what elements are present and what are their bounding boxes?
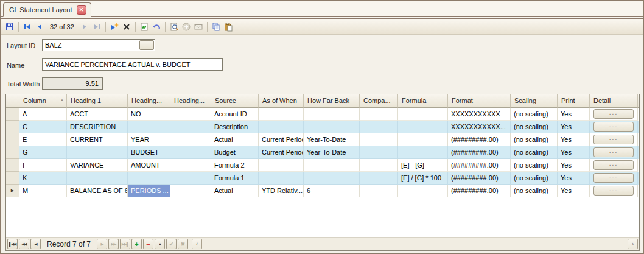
previous-record-toolbar-button[interactable]	[33, 21, 46, 33]
grid-cell[interactable]	[170, 108, 211, 121]
layout-id-browse-button[interactable]: ...	[139, 40, 154, 50]
delete-record-toolbar-button[interactable]	[121, 21, 133, 33]
grid-cell[interactable]: Description	[211, 121, 259, 133]
row-selector-cell[interactable]	[6, 146, 19, 159]
grid-cell[interactable]	[170, 159, 211, 172]
detail-button[interactable]: ...	[593, 173, 634, 183]
new-record-button[interactable]	[108, 21, 121, 33]
grid-cell[interactable]: XXXXXXXXXXX	[448, 108, 511, 121]
grid-cell[interactable]	[170, 133, 211, 146]
row-selector-cell[interactable]	[6, 108, 19, 121]
grid-cell[interactable]: C	[19, 121, 67, 133]
grid-cell[interactable]: (#########.00)	[448, 146, 511, 159]
grid-cell[interactable]: (no scaling)	[511, 172, 558, 185]
layout-id-field[interactable]: BALZ ...	[42, 39, 155, 51]
hscroll-right-button[interactable]: ›	[628, 239, 638, 249]
grid-cell[interactable]: DESCRIPTION	[67, 121, 128, 133]
grid-cell[interactable]: Formula 1	[211, 172, 259, 185]
grid-cell[interactable]: CURRENT	[67, 133, 128, 146]
grid-column-header[interactable]: Heading 1	[67, 94, 128, 108]
grid-cell[interactable]: I	[19, 159, 67, 172]
save-button[interactable]	[4, 21, 16, 33]
grid-column-header[interactable]: Scaling	[511, 94, 558, 108]
grid-cell[interactable]	[398, 121, 448, 133]
refresh-button[interactable]	[138, 21, 150, 33]
detail-button[interactable]: ...	[593, 109, 634, 119]
grid-cell[interactable]	[360, 185, 398, 197]
grid-column-header[interactable]: Format	[448, 94, 511, 108]
grid-cell[interactable]	[304, 121, 360, 133]
grid-column-header[interactable]: Compa...	[360, 94, 398, 108]
grid-cell[interactable]: PERIODS ...	[128, 185, 170, 197]
detail-button[interactable]: ...	[593, 186, 634, 196]
grid-cell[interactable]	[304, 172, 360, 185]
grid-column-header[interactable]: How Far Back	[304, 94, 360, 108]
current-row-marker-cell[interactable]: ▶	[6, 185, 19, 197]
grid-cell[interactable]: Current Period	[259, 133, 304, 146]
grid-cell[interactable]	[170, 146, 211, 159]
grid-cell[interactable]	[360, 121, 398, 133]
grid-cell[interactable]: Current Period	[259, 146, 304, 159]
last-record-button[interactable]: ▶▶▌	[120, 239, 130, 249]
grid-cell[interactable]: (no scaling)	[511, 133, 558, 146]
grid-cell[interactable]	[67, 172, 128, 185]
grid-cell[interactable]	[170, 185, 211, 197]
grid-cell[interactable]	[259, 159, 304, 172]
grid-cell[interactable]: (#########.00)	[448, 172, 511, 185]
grid-cell[interactable]	[259, 108, 304, 121]
row-selector-cell[interactable]	[6, 172, 19, 185]
grid-cell[interactable]	[170, 172, 211, 185]
grid-column-header[interactable]: As of When	[259, 94, 304, 108]
row-selector-cell[interactable]	[6, 121, 19, 133]
grid-cell[interactable]: (#########.00)	[448, 133, 511, 146]
grid-cell[interactable]: (no scaling)	[511, 146, 558, 159]
grid-column-header[interactable]: Column▲	[19, 94, 67, 108]
grid-cell[interactable]: VARIANCE	[67, 159, 128, 172]
print-preview-button[interactable]	[168, 21, 180, 33]
grid-cell[interactable]: BUDGET	[128, 146, 170, 159]
undo-button[interactable]	[150, 21, 163, 33]
grid-cell[interactable]: E	[19, 133, 67, 146]
grid-cell[interactable]	[304, 159, 360, 172]
go-button[interactable]	[180, 21, 192, 33]
tab-close-icon[interactable]: ✕	[77, 5, 86, 15]
grid-cell[interactable]: BALANCE AS OF 6	[67, 185, 128, 197]
grid-column-header[interactable]: Formula	[398, 94, 448, 108]
grid-cell[interactable]	[398, 108, 448, 121]
grid-cell[interactable]: YTD Relativ...	[259, 185, 304, 197]
grid-cell[interactable]: XXXXXXXXXXX...	[448, 121, 511, 133]
grid-cell[interactable]: Yes	[558, 159, 590, 172]
grid-cell[interactable]	[170, 121, 211, 133]
grid-cell[interactable]: Year-To-Date	[304, 133, 360, 146]
tab-gl-statement-layout[interactable]: GL Statement Layout ✕	[3, 2, 91, 17]
grid-cell[interactable]: Yes	[558, 172, 590, 185]
grid-cell[interactable]	[360, 146, 398, 159]
last-record-toolbar-button[interactable]	[91, 21, 103, 33]
grid-cell[interactable]: K	[19, 172, 67, 185]
grid-cell[interactable]	[360, 108, 398, 121]
name-field[interactable]: VARIANCE PERCENTAGE ACTUAL v. BUDGET	[42, 58, 223, 71]
prior-record-button[interactable]: ◀	[30, 239, 41, 249]
grid-column-header[interactable]: Heading...	[128, 94, 170, 108]
prior-page-button[interactable]: ◀◀	[19, 239, 29, 249]
next-record-toolbar-button[interactable]	[79, 21, 91, 33]
grid-cell[interactable]	[128, 121, 170, 133]
edit-record-button[interactable]: ▲	[155, 239, 165, 249]
grid-cell[interactable]: A	[19, 108, 67, 121]
grid-cell[interactable]: 6	[304, 185, 360, 197]
next-page-button[interactable]: ▶▶	[108, 239, 119, 249]
detail-button[interactable]: ...	[593, 160, 634, 170]
grid-cell[interactable]: Yes	[558, 185, 590, 197]
grid-cell[interactable]: Formula 2	[211, 159, 259, 172]
grid-column-header[interactable]: Print	[558, 94, 590, 108]
grid-cell[interactable]: YEAR	[128, 133, 170, 146]
grid-cell[interactable]: (#########.00)	[448, 159, 511, 172]
row-selector-cell[interactable]	[6, 133, 19, 146]
first-record-toolbar-button[interactable]	[21, 21, 33, 33]
grid-cell[interactable]	[398, 146, 448, 159]
grid-cell[interactable]: Account ID	[211, 108, 259, 121]
grid-cell[interactable]: (no scaling)	[511, 121, 558, 133]
grid-cell[interactable]	[67, 146, 128, 159]
grid-cell[interactable]	[360, 133, 398, 146]
row-selector-cell[interactable]	[6, 159, 19, 172]
